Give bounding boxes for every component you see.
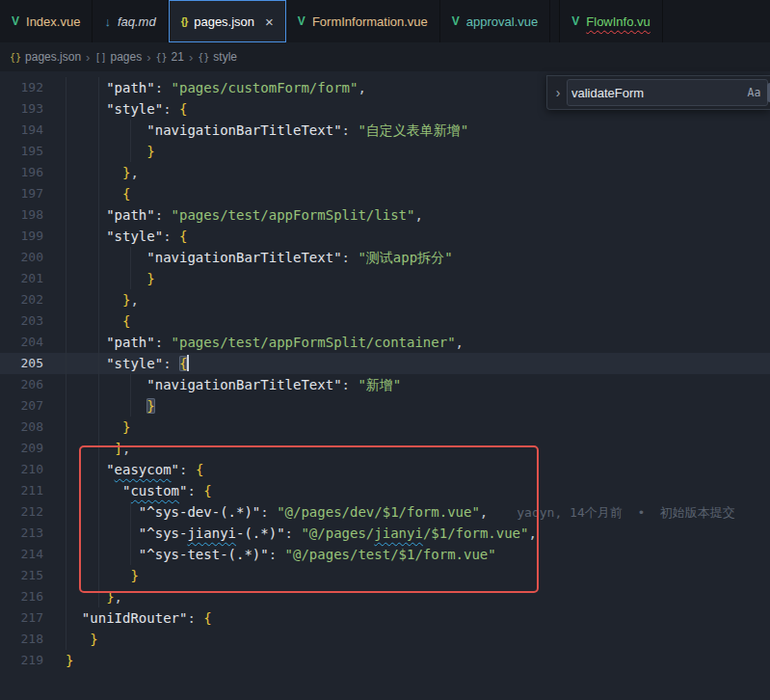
breadcrumb-item[interactable]: {}21: [156, 50, 184, 64]
code-line-196[interactable]: 196},: [0, 162, 770, 183]
code-line-218[interactable]: 218}: [0, 629, 770, 650]
close-icon[interactable]: ×: [265, 13, 274, 30]
token: }: [146, 398, 154, 414]
indent: [66, 268, 146, 289]
tab-approval-vue[interactable]: Vapproval.vue: [440, 0, 550, 42]
line-content: }: [54, 141, 770, 162]
token: "path": [106, 335, 155, 350]
token: "pages/customForm/form": [172, 80, 358, 95]
indent: [66, 629, 90, 650]
breadcrumb-item[interactable]: {}pages.json: [10, 50, 81, 64]
array-icon: []: [94, 52, 106, 63]
line-content: }: [54, 268, 770, 289]
code-line-219[interactable]: 219}: [0, 650, 770, 671]
line-content: "navigationBarTitleText": "新增": [54, 374, 770, 395]
breadcrumb-separator-icon: ›: [86, 50, 90, 65]
line-number: 202: [0, 289, 54, 310]
line-number: 217: [0, 607, 54, 629]
toggle-replace-chevron-icon[interactable]: ›: [549, 85, 567, 100]
code-line-217[interactable]: 217"uniIdRouter": {: [0, 607, 770, 629]
match-case-button[interactable]: Aa: [744, 83, 764, 102]
line-number: 204: [0, 332, 54, 353]
code-line-206[interactable]: 206"navigationBarTitleText": "新增": [0, 374, 770, 395]
indent: [66, 607, 82, 629]
line-number: 196: [0, 162, 54, 183]
code-line-198[interactable]: 198"path": "pages/test/appFormSplit/list…: [0, 204, 770, 226]
tab-forminformation-vue[interactable]: VFormInformation.vue: [286, 0, 440, 42]
line-number: 195: [0, 141, 54, 162]
code-line-203[interactable]: 203{: [0, 310, 770, 332]
line-content: }: [54, 417, 770, 438]
indent: [66, 162, 122, 183]
line-number: 210: [0, 459, 54, 480]
code-line-199[interactable]: 199"style": {: [0, 226, 770, 247]
tab-pages-json[interactable]: {}pages.json×: [169, 0, 286, 42]
markdown-icon: ↓: [104, 14, 111, 29]
indent: [66, 120, 146, 141]
breadcrumb-separator-icon: ›: [146, 50, 150, 65]
line-number: 207: [0, 395, 54, 417]
tab-label: faq.md: [118, 14, 156, 29]
indent: [66, 374, 146, 395]
tab-flowinfo-vu[interactable]: VFlowInfo.vu: [559, 0, 663, 42]
token: :: [163, 229, 179, 244]
indent: [66, 310, 122, 332]
code-line-201[interactable]: 201}: [0, 268, 770, 289]
token: "navigationBarTitleText": [146, 377, 341, 392]
vue-icon: V: [452, 14, 460, 28]
code-line-202[interactable]: 202},: [0, 289, 770, 310]
indent: [66, 247, 146, 268]
line-number: 197: [0, 183, 54, 204]
token: ,: [456, 335, 464, 350]
line-number: 205: [0, 353, 54, 374]
token: ,: [130, 165, 138, 180]
line-number: 216: [0, 586, 54, 607]
tab-faq-md[interactable]: ↓faq.md: [93, 0, 168, 42]
token: "navigationBarTitleText": [146, 122, 341, 138]
code-line-208[interactable]: 208}: [0, 417, 770, 438]
breadcrumb-item[interactable]: []pages: [94, 50, 142, 64]
breadcrumb-item[interactable]: {}style: [198, 50, 237, 64]
token: }: [122, 419, 130, 435]
token: :: [342, 250, 358, 265]
line-number: 194: [0, 120, 54, 141]
code-line-207[interactable]: 207}: [0, 395, 770, 417]
token: "style": [106, 356, 163, 371]
line-number: 206: [0, 374, 54, 395]
code-line-194[interactable]: 194"navigationBarTitleText": "自定义表单新增": [0, 120, 770, 141]
code-line-205[interactable]: 205"style": {: [0, 353, 770, 374]
code-line-197[interactable]: 197{: [0, 183, 770, 204]
token: {: [179, 229, 187, 244]
find-input[interactable]: [571, 86, 741, 100]
line-number: 192: [0, 77, 54, 98]
line-number: 218: [0, 629, 54, 650]
tab-label: approval.vue: [466, 14, 538, 29]
token: {: [122, 313, 130, 329]
code-line-200[interactable]: 200"navigationBarTitleText": "测试app拆分": [0, 247, 770, 268]
token: ,: [414, 207, 422, 223]
token: }: [146, 144, 154, 159]
line-number: 201: [0, 268, 54, 289]
line-number: 219: [0, 650, 54, 671]
breadcrumb-label: pages: [110, 50, 142, 64]
tab-bar: VIndex.vue↓faq.md{}pages.json×VFormInfor…: [0, 0, 770, 42]
code-line-195[interactable]: 195}: [0, 141, 770, 162]
line-content: }: [54, 650, 770, 671]
line-content: "path": "pages/test/appFormSplit/list",: [54, 204, 770, 226]
line-content: "uniIdRouter": {: [54, 607, 770, 629]
indent: [66, 77, 106, 98]
line-content: "path": "pages/test/appFormSplit/contain…: [54, 332, 770, 353]
vue-icon: V: [571, 14, 579, 28]
tab-label: FormInformation.vue: [312, 14, 428, 29]
line-number: 199: [0, 226, 54, 247]
indent: [66, 332, 106, 353]
line-content: {: [54, 310, 770, 332]
token: {: [179, 101, 187, 117]
tab-index-vue[interactable]: VIndex.vue: [0, 0, 93, 42]
tab-label: Index.vue: [26, 14, 80, 29]
token: :: [163, 356, 179, 371]
vue-icon: V: [12, 14, 19, 28]
code-line-204[interactable]: 204"path": "pages/test/appFormSplit/cont…: [0, 332, 770, 353]
line-number: 198: [0, 204, 54, 226]
line-number: 208: [0, 417, 54, 438]
